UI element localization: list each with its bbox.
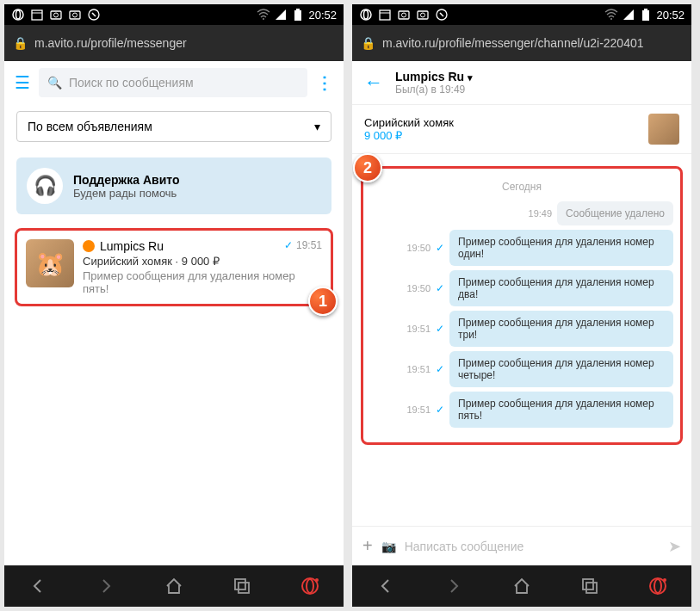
address-bar[interactable]: 🔒 m.avito.ru/profile/messenger/channel/u… bbox=[352, 25, 691, 61]
nav-opera[interactable] bbox=[644, 572, 672, 600]
send-button[interactable]: ➤ bbox=[668, 537, 681, 556]
status-time: 20:52 bbox=[308, 9, 337, 22]
wifi-icon bbox=[604, 8, 618, 22]
url-text: m.avito.ru/profile/messenger bbox=[34, 36, 187, 50]
chat-preview: Пример сообщения для удаления номер пять… bbox=[83, 269, 322, 295]
message-bubble: Пример сообщения для удаления номер один… bbox=[449, 230, 673, 266]
chat-title[interactable]: Lumpics Ru ▾ bbox=[395, 70, 473, 83]
chevron-down-icon: ▾ bbox=[468, 72, 473, 83]
message-bubble: Пример сообщения для удаления номер три! bbox=[449, 311, 673, 347]
browser-nav bbox=[352, 565, 691, 607]
address-bar[interactable]: 🔒 m.avito.ru/profile/messenger bbox=[4, 25, 344, 61]
status-bar: 20:52 bbox=[4, 4, 344, 25]
battery-icon bbox=[291, 8, 305, 22]
opera-icon bbox=[359, 8, 373, 22]
svg-point-32 bbox=[654, 579, 661, 593]
annotation-badge-1: 1 bbox=[308, 287, 338, 316]
message-row[interactable]: 19:50✓Пример сообщения для удаления номе… bbox=[370, 230, 673, 266]
phone-left: 20:52 🔒 m.avito.ru/profile/messenger ☰ 🔍… bbox=[4, 4, 344, 607]
listing-title: Сирийский хомяк bbox=[364, 116, 454, 129]
support-title: Поддержка Авито bbox=[73, 173, 180, 187]
svg-rect-21 bbox=[399, 11, 409, 19]
nav-home[interactable] bbox=[160, 572, 188, 600]
compose-placeholder[interactable]: Написать сообщение bbox=[405, 540, 660, 553]
calendar-icon bbox=[378, 8, 392, 22]
message-row[interactable]: 19:51✓Пример сообщения для удаления номе… bbox=[370, 311, 673, 347]
lock-icon: 🔒 bbox=[361, 36, 375, 50]
nav-tabs[interactable] bbox=[576, 572, 604, 600]
svg-point-0 bbox=[13, 9, 23, 20]
messages-highlight: 2 Сегодня 19:49Сообщение удалено19:50✓Пр… bbox=[361, 166, 683, 445]
chat-list-item[interactable]: 🐹 Lumpics Ru Сирийский хомяк · 9 000 ₽ П… bbox=[15, 228, 333, 306]
svg-point-16 bbox=[315, 578, 319, 582]
search-icon: 🔍 bbox=[47, 76, 62, 89]
signal-icon bbox=[622, 8, 635, 22]
svg-rect-19 bbox=[380, 10, 390, 20]
message-time: 19:49 bbox=[529, 208, 553, 219]
filter-row: По всем объявлениям ▾ bbox=[4, 104, 344, 149]
camera-icon bbox=[49, 8, 63, 22]
nav-back[interactable] bbox=[372, 572, 400, 600]
camera-icon-2 bbox=[416, 8, 430, 22]
back-button[interactable]: ← bbox=[364, 71, 383, 94]
search-placeholder: Поиск по сообщениям bbox=[69, 76, 194, 89]
check-icon: ✓ bbox=[436, 323, 444, 335]
message-bubble: Пример сообщения для удаления номер два! bbox=[449, 270, 673, 306]
support-card[interactable]: 🎧 Поддержка Авито Будем рады помочь bbox=[16, 157, 331, 214]
check-icon: ✓ bbox=[436, 363, 444, 375]
message-row[interactable]: 19:50✓Пример сообщения для удаления номе… bbox=[370, 270, 673, 306]
nav-opera[interactable] bbox=[296, 572, 324, 600]
attach-button[interactable]: + bbox=[362, 536, 373, 556]
screen-content: ☰ 🔍 Поиск по сообщениям ⋮ По всем объявл… bbox=[4, 61, 344, 565]
nav-tabs[interactable] bbox=[228, 572, 256, 600]
svg-rect-13 bbox=[238, 583, 249, 593]
message-bubble: Сообщение удалено bbox=[557, 201, 673, 225]
check-icon: ✓ bbox=[436, 242, 444, 254]
compose-bar: + 📷 Написать сообщение ➤ bbox=[352, 526, 691, 565]
check-icon: ✓ bbox=[284, 239, 293, 251]
camera-button[interactable]: 📷 bbox=[381, 540, 396, 553]
svg-rect-12 bbox=[235, 579, 245, 589]
phone-right: 20:52 🔒 m.avito.ru/profile/messenger/cha… bbox=[352, 4, 691, 607]
menu-icon[interactable]: ☰ bbox=[15, 72, 30, 93]
message-time: 19:51 bbox=[406, 404, 431, 415]
battery-icon bbox=[639, 8, 653, 22]
check-icon: ✓ bbox=[436, 282, 444, 294]
svg-rect-30 bbox=[586, 583, 597, 593]
nav-forward[interactable] bbox=[440, 572, 468, 600]
svg-rect-27 bbox=[642, 10, 649, 21]
support-avatar: 🎧 bbox=[27, 168, 63, 204]
listing-row[interactable]: Сирийский хомяк 9 000 ₽ bbox=[352, 105, 691, 154]
wifi-icon bbox=[257, 8, 270, 22]
svg-rect-10 bbox=[294, 10, 301, 21]
message-row[interactable]: 19:51✓Пример сообщения для удаления номе… bbox=[370, 351, 673, 387]
nav-home[interactable] bbox=[508, 572, 536, 600]
svg-point-5 bbox=[54, 13, 59, 17]
chat-screen: ← Lumpics Ru ▾ Был(а) в 19:49 Сирийский … bbox=[352, 61, 691, 565]
filter-dropdown[interactable]: По всем объявлениям ▾ bbox=[16, 111, 331, 142]
top-toolbar: ☰ 🔍 Поиск по сообщениям ⋮ bbox=[4, 61, 344, 104]
svg-rect-11 bbox=[296, 9, 300, 10]
browser-nav bbox=[4, 565, 344, 607]
nav-forward[interactable] bbox=[92, 572, 120, 600]
svg-point-26 bbox=[610, 18, 612, 20]
message-time: 19:51 bbox=[406, 364, 431, 374]
message-row[interactable]: 19:51✓Пример сообщения для удаления номе… bbox=[370, 392, 673, 428]
user-badge-icon bbox=[83, 240, 95, 252]
check-icon: ✓ bbox=[436, 404, 444, 416]
chat-header: ← Lumpics Ru ▾ Был(а) в 19:49 bbox=[352, 61, 691, 105]
chat-time: ✓ 19:51 bbox=[284, 239, 322, 251]
message-row[interactable]: 19:49Сообщение удалено bbox=[370, 201, 673, 225]
svg-point-33 bbox=[663, 578, 666, 582]
filter-label: По всем объявлениям bbox=[28, 120, 152, 133]
svg-rect-2 bbox=[32, 10, 42, 20]
svg-rect-4 bbox=[51, 11, 61, 19]
nav-back[interactable] bbox=[24, 572, 52, 600]
opera-icon bbox=[11, 8, 25, 22]
search-input[interactable]: 🔍 Поиск по сообщениям bbox=[39, 68, 307, 97]
more-icon[interactable]: ⋮ bbox=[316, 72, 333, 93]
url-text: m.avito.ru/profile/messenger/channel/u2i… bbox=[382, 36, 644, 50]
svg-point-1 bbox=[16, 10, 21, 19]
signal-icon bbox=[274, 8, 288, 22]
svg-rect-23 bbox=[418, 11, 428, 19]
